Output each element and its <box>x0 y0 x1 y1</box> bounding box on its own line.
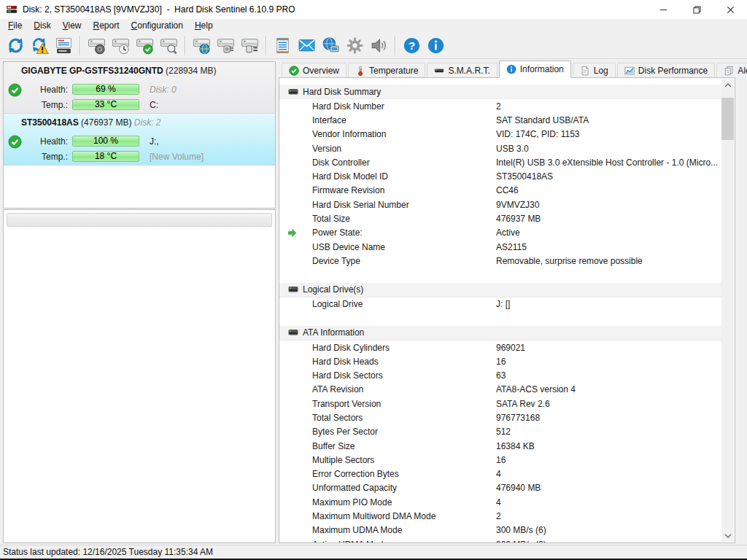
temp-label: Temp.: <box>4 100 72 110</box>
info-value: 16 <box>496 357 721 367</box>
info-label: Buffer Size <box>312 441 496 451</box>
info-value: 2 <box>496 511 721 521</box>
info-row: Firmware RevisionCC46 <box>279 184 721 198</box>
info-row: Hard Disk Heads16 <box>279 354 721 368</box>
disk-performance-icon <box>624 66 635 76</box>
toolbar-separator <box>266 36 267 55</box>
tab-label: Alerts <box>738 66 747 76</box>
disk-entry[interactable]: ST3500418AS (476937 MB) Disk: 2Health:10… <box>4 114 275 166</box>
tab-information[interactable]: Information <box>499 61 571 78</box>
info-label: Interface <box>312 115 496 125</box>
overview-ok-icon <box>289 66 299 76</box>
health-right-text: Disk: 0 <box>150 85 177 95</box>
refresh-warning-icon <box>31 36 49 55</box>
notepad-report-icon <box>274 36 292 55</box>
temperature-icon <box>355 66 365 76</box>
disk-network-button[interactable] <box>190 34 213 57</box>
settings-gear-button[interactable] <box>344 34 366 57</box>
info-value: 476937 MB <box>496 214 721 224</box>
info-value: AS2115 <box>496 242 721 252</box>
tab-label: Disk Performance <box>638 66 708 76</box>
toolbar-separator <box>80 36 81 55</box>
info-value: ST3500418AS <box>496 171 721 182</box>
temp-right-text: C: <box>150 100 158 110</box>
disk-report-button[interactable] <box>53 34 75 57</box>
info-value: Intel(R) USB 3.0 eXtensible Host Control… <box>496 158 721 168</box>
info-row: Buffer Size16384 KB <box>279 439 721 453</box>
info-value: 969021 <box>496 343 721 353</box>
refresh-warning-button[interactable] <box>28 34 51 57</box>
scroll-down-button[interactable] <box>721 529 734 542</box>
info-label: Hard Disk Number <box>312 101 496 112</box>
notepad-report-button[interactable] <box>271 34 294 57</box>
log-icon <box>580 66 590 76</box>
info-value: CC46 <box>496 185 721 195</box>
tab-overview[interactable]: Overview <box>282 63 347 77</box>
disk-alarm-button[interactable] <box>85 34 108 57</box>
information-panel: Hard Disk SummaryHard Disk Number2Interf… <box>279 77 735 543</box>
menu-item-configuration[interactable]: Configuration <box>125 20 189 32</box>
info-label: Maximum PIO Mode <box>312 497 496 508</box>
email-button[interactable] <box>295 34 318 57</box>
info-value: 512 <box>496 427 721 437</box>
info-label: Version <box>312 144 496 154</box>
tab-alerts[interactable]: Alerts <box>716 63 747 77</box>
sound-button[interactable] <box>368 34 390 57</box>
refresh-button[interactable] <box>4 34 27 57</box>
titlebar: Disk: 2, ST3500418AS [9VMVZJ30] - Hard D… <box>0 0 747 20</box>
info-value: 976773168 <box>496 413 721 423</box>
info-row: Power State:Active <box>279 226 721 240</box>
restore-button[interactable] <box>680 0 713 19</box>
statusbar: Status last updated: 12/16/2025 Tuesday … <box>0 545 747 560</box>
vertical-scrollbar[interactable] <box>721 79 734 542</box>
close-button[interactable] <box>713 0 747 19</box>
menu-item-help[interactable]: Help <box>189 20 219 32</box>
minimize-button[interactable] <box>646 0 680 19</box>
health-right-text: J:, <box>150 136 159 147</box>
main-content: OverviewTemperatureS.M.A.R.T.Information… <box>279 61 735 543</box>
disk-size: (476937 MB) <box>81 117 131 128</box>
info-label: Total Size <box>312 214 496 224</box>
network-monitor-button[interactable] <box>320 34 342 57</box>
disk-network-icon <box>193 36 211 55</box>
info-row: Maximum UDMA Mode300 MB/s (6) <box>279 524 721 537</box>
disk-name: ST3500418AS <box>21 117 79 128</box>
help-button[interactable]: ? <box>400 34 423 57</box>
info-button[interactable] <box>425 34 447 57</box>
info-label: Hard Disk Cylinders <box>312 343 496 353</box>
menu-item-disk[interactable]: Disk <box>28 20 56 32</box>
section-header: Hard Disk Summary <box>279 85 721 99</box>
menubar: FileDiskViewReportConfigurationHelp <box>0 19 747 32</box>
disk-connect-icon <box>217 36 235 55</box>
info-row: USB Device NameAS2115 <box>279 240 721 254</box>
disk-entry[interactable]: GIGABYTE GP-GSTFS31240GNTD (228934 MB)He… <box>4 62 275 114</box>
disk-alarm-icon <box>88 36 106 55</box>
tab-disk-performance[interactable]: Disk Performance <box>617 63 715 77</box>
tabbar: OverviewTemperatureS.M.A.R.T.Information… <box>279 61 735 77</box>
tab-temperature[interactable]: Temperature <box>348 63 425 77</box>
info-label: USB Device Name <box>312 242 496 252</box>
info-label: Maximum Multiword DMA Mode <box>312 511 496 521</box>
scroll-up-button[interactable] <box>721 79 734 91</box>
disk-search-button[interactable] <box>158 34 180 57</box>
disk-test-button[interactable] <box>133 34 156 57</box>
menu-item-file[interactable]: File <box>2 20 28 32</box>
temp-label: Temp.: <box>4 152 72 162</box>
help-icon: ? <box>403 36 421 55</box>
disk-clock-button[interactable] <box>109 34 132 57</box>
disk-disconnect-button[interactable] <box>239 34 261 57</box>
disk-clock-icon <box>112 36 130 55</box>
menu-item-report[interactable]: Report <box>88 20 125 32</box>
info-value: SATA Rev 2.6 <box>496 399 721 409</box>
section-disk-icon <box>288 286 298 293</box>
tab-log[interactable]: Log <box>573 63 616 77</box>
scrollbar-thumb[interactable] <box>721 98 734 140</box>
tab-s-m-a-r-t[interactable]: S.M.A.R.T. <box>427 63 497 77</box>
info-label: Active UDMA Mode <box>312 540 496 542</box>
disk-connect-button[interactable] <box>214 34 237 57</box>
menu-item-view[interactable]: View <box>57 20 88 32</box>
disk-title: GIGABYTE GP-GSTFS31240GNTD (228934 MB) <box>4 62 275 77</box>
network-monitor-icon <box>322 36 340 55</box>
info-row: Multiple Sectors16 <box>279 453 721 467</box>
info-label: Hard Disk Sectors <box>312 370 496 381</box>
